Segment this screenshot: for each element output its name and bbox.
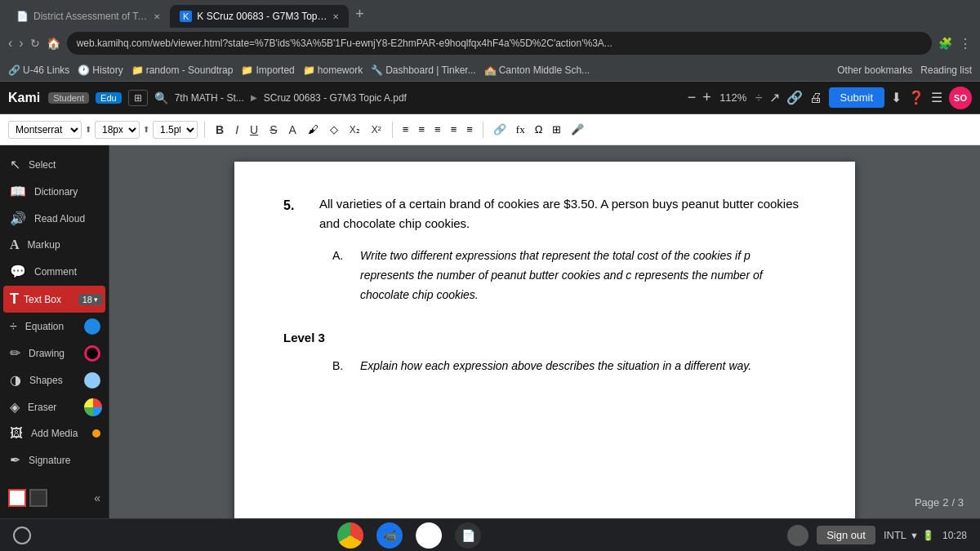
formula-button[interactable]: fx [513, 122, 528, 138]
download-button[interactable]: ⬇ [891, 90, 902, 105]
bold-button[interactable]: B [212, 122, 228, 138]
forward-button[interactable]: › [19, 36, 23, 51]
bookmark-homework[interactable]: 📁 homework [303, 64, 363, 76]
tab-active[interactable]: K K SCruz 00683 - G7M3 Topic A.pdf ✕ [170, 5, 349, 28]
layout-toggle[interactable]: ⊞ [128, 90, 148, 106]
brush-button[interactable]: ◇ [326, 122, 342, 137]
line-height-select[interactable]: 1.5pt [153, 121, 198, 139]
tab-favicon-2: K [180, 11, 192, 22]
tab-inactive[interactable]: 📄 District Assessment of Topic... ✕ [7, 5, 170, 28]
sidebar-item-eraser[interactable]: ◈ Eraser [0, 394, 109, 420]
align-left-button[interactable]: ≡ [399, 122, 412, 137]
bookmark-u46[interactable]: 🔗 U-46 Links [8, 64, 69, 76]
underline-button[interactable]: U [246, 122, 262, 138]
tab-close-1[interactable]: ✕ [154, 12, 160, 21]
more-options-button[interactable]: ☰ [931, 90, 942, 105]
print-button[interactable]: 🖨 [809, 91, 822, 105]
address-bar[interactable]: web.kamihq.com/web/viewer.html?state=%7B… [67, 32, 932, 55]
symbol-button[interactable]: Ω [532, 122, 546, 137]
search-icon-area[interactable]: 🔍 [154, 91, 168, 104]
link-button[interactable]: 🔗 [490, 122, 510, 137]
dictionary-icon: 📖 [10, 184, 26, 199]
system-circle[interactable] [13, 527, 31, 544]
drawing-color-dot [84, 345, 100, 362]
font-size-select[interactable]: 18px [95, 121, 140, 139]
sign-out-button[interactable]: Sign out [817, 526, 875, 544]
zoom-plus-button[interactable]: + [702, 89, 711, 106]
reload-button[interactable]: ↻ [30, 37, 40, 50]
equation-label: Equation [25, 321, 64, 332]
sidebar-item-drawing[interactable]: ✏ Drawing [0, 340, 109, 366]
read-aloud-icon: 🔊 [10, 211, 26, 226]
meet-taskbar-icon[interactable]: 📹 [376, 522, 403, 549]
bookmark-soundtrap[interactable]: 📁 random - Soundtrap [131, 64, 234, 76]
wifi-icon: ▼ [910, 531, 919, 540]
superscript-button[interactable]: X² [368, 122, 385, 137]
page-label: Page [915, 496, 939, 509]
eraser-color-palette [84, 398, 102, 416]
submit-button[interactable]: Submit [829, 87, 884, 108]
sidebar-item-equation[interactable]: ÷ Equation [0, 314, 109, 339]
sidebar-item-shapes[interactable]: ◑ Shapes [0, 367, 109, 393]
sidebar-item-dictionary[interactable]: 📖 Dictionary [0, 179, 109, 204]
drawing-label: Drawing [29, 348, 65, 359]
mini-thumbnails-area: « [0, 484, 109, 512]
highlight-button[interactable]: 🖌 [304, 122, 323, 137]
select-label: Select [29, 159, 56, 171]
zoom-minus-button[interactable]: − [688, 89, 697, 106]
bookmarks-right-reading[interactable]: Reading list [920, 64, 972, 76]
list-button[interactable]: ≡ [463, 122, 476, 137]
table-button[interactable]: ⊞ [549, 122, 564, 137]
sidebar-item-markup[interactable]: A Markup [0, 233, 109, 257]
eraser-icon: ◈ [10, 399, 20, 415]
sidebar-item-signature[interactable]: ✒ Signature [0, 447, 109, 473]
dictionary-label: Dictionary [34, 186, 78, 198]
gmail-taskbar-icon[interactable]: ✉ [416, 522, 442, 549]
bookmark-imported[interactable]: 📁 Imported [241, 64, 294, 76]
taskbar-center: 📹 ✉ 📄 [337, 522, 481, 549]
font-family-select[interactable]: Montserrat [8, 121, 82, 139]
align-justify-button[interactable]: ≡ [448, 122, 461, 137]
shapes-label: Shapes [29, 375, 63, 386]
clock: 10:28 [942, 530, 967, 541]
text-color-button[interactable]: A [284, 122, 300, 138]
question-number: 5. [283, 194, 303, 233]
bookmark-tinker[interactable]: 🔧 Dashboard | Tinker... [371, 64, 476, 76]
extensions-button[interactable]: 🧩 [938, 37, 952, 50]
collapse-sidebar-button[interactable]: « [94, 491, 100, 504]
sidebar-item-select[interactable]: ↖ Select [0, 152, 109, 177]
help-button[interactable]: ❓ [908, 90, 924, 105]
address-bar-row: ‹ › ↻ 🏠 web.kamihq.com/web/viewer.html?s… [0, 28, 980, 59]
sidebar-item-comment[interactable]: 💬 Comment [0, 259, 109, 284]
align-center-button[interactable]: ≡ [415, 122, 428, 137]
page-indicator: Page 2 / 3 [915, 496, 964, 509]
mini-thumb-active[interactable] [8, 489, 26, 507]
kami-logo: Kami [8, 91, 40, 105]
level-text: Level 3 [283, 331, 325, 344]
new-tab-button[interactable]: + [349, 6, 371, 23]
user-avatar[interactable]: SO [949, 87, 972, 109]
tab-close-2[interactable]: ✕ [332, 12, 339, 21]
bookmarks-right-other[interactable]: Other bookmarks [837, 64, 912, 76]
back-button[interactable]: ‹ [8, 36, 12, 51]
text-box-size-badge[interactable]: 18 ▾ [78, 294, 102, 305]
align-right-button[interactable]: ≡ [431, 122, 444, 137]
menu-button[interactable]: ⋮ [959, 36, 972, 51]
chrome-taskbar-icon[interactable] [337, 522, 363, 549]
taskbar-system-avatar[interactable] [787, 525, 808, 546]
share-link-button[interactable]: 🔗 [786, 90, 803, 105]
italic-button[interactable]: I [231, 122, 243, 138]
sidebar-item-add-media[interactable]: 🖼 Add Media [0, 421, 109, 446]
equation-color-dot [84, 318, 100, 335]
mini-thumb-inactive[interactable] [29, 489, 47, 507]
bookmark-history[interactable]: 🕐 History [78, 64, 122, 76]
share-button[interactable]: ↗ [769, 90, 780, 105]
home-button[interactable]: 🏠 [47, 37, 60, 50]
drive-taskbar-icon[interactable]: 📄 [455, 522, 481, 549]
subscript-button[interactable]: X₂ [345, 122, 364, 137]
mic-button[interactable]: 🎤 [568, 122, 587, 137]
strikethrough-button[interactable]: S [265, 122, 281, 138]
bookmark-canton[interactable]: 🏫 Canton Middle Sch... [484, 64, 590, 76]
sidebar-item-read-aloud[interactable]: 🔊 Read Aloud [0, 206, 109, 231]
sidebar-item-text-box[interactable]: T Text Box 18 ▾ [3, 286, 105, 313]
